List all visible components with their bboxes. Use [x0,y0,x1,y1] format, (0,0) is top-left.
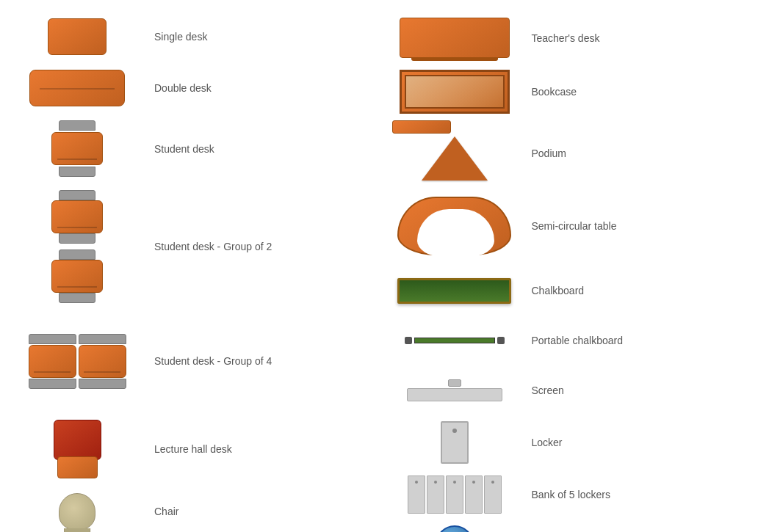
double-desk-icon-area [7,70,147,106]
teachers-desk-label: Teacher's desk [524,32,762,44]
portable-chalkboard-row: Portable chalkboard [385,318,762,362]
chair-bottom-2 [59,293,95,303]
semi-circular-table-row: Semi-circular table [385,189,762,263]
chalkboard-icon-area [385,278,524,304]
chair-back-2 [59,249,95,260]
bookcase-shape [400,70,510,114]
chair-row: Chair [7,489,385,532]
student-desk-group2-row: Student desk - Group of 2 [7,187,385,306]
single-desk-shape [48,18,106,55]
student-desk-icon-area [7,120,147,177]
lecture-desk-icon-area [7,420,147,478]
portable-chalkboard-icon-area [385,337,524,344]
pcb-board [414,338,495,343]
semi-circular-inner [417,209,494,257]
chair-back-1 [59,190,95,200]
dt-4-1 [29,345,76,378]
chalkboard-shape [397,278,511,304]
podium-shape-wrap [422,125,488,181]
chair-icon-area [7,493,147,530]
chalkboard-label: Chalkboard [524,285,762,296]
locker-1 [408,475,425,514]
teachers-desk-shape [400,18,510,58]
student-desk-group2-icon-area [7,190,147,303]
single-desk-icon-area [7,18,147,55]
podium-row: Podium [385,123,762,183]
chair-label: Chair [147,506,385,517]
student-desk-label: Student desk [147,143,385,155]
locker-label: Locker [524,437,762,448]
student-desk-shape [51,120,103,177]
lecture-desk-row: Lecture hall desk [7,416,385,482]
bank-lockers-row: Bank of 5 lockers [385,473,762,517]
student-desk-group4-shape [29,334,126,389]
desk-unit-bottom [51,249,103,303]
student-desk-group4-icon-area [7,334,147,389]
globe-icon-area [385,525,524,532]
single-desk-row: Single desk [7,15,385,59]
lecture-desk-top [54,420,101,460]
podium-triangle [422,136,488,181]
desk-top-2 [51,260,103,293]
desk-top-1 [51,200,103,233]
locker-5 [484,475,502,514]
desk-unit-4-2 [79,334,126,389]
cb-4-2 [79,334,126,344]
screen-label: Screen [524,385,762,396]
globe-row: Globe [385,522,762,532]
teachers-desk-row: Teacher's desk [385,15,762,61]
bookcase-label: Bookcase [524,86,762,98]
portable-chalkboard-label: Portable chalkboard [524,335,762,346]
bank-lockers-icon-area [385,475,524,514]
semi-circular-label: Semi-circular table [524,220,762,232]
bookcase-inner [405,75,505,109]
cbb-4-1 [29,379,76,389]
screen-row: Screen [385,368,762,412]
cbb-4-2 [79,379,126,389]
pcb-right-end [497,337,505,344]
bookcase-row: Bookcase [385,67,762,117]
single-desk-label: Single desk [147,31,385,43]
bank-lockers-label: Bank of 5 lockers [524,489,762,500]
locker-4 [465,475,483,514]
chair-bottom-1 [59,233,95,244]
teachers-desk-icon-area [385,18,524,58]
lecture-desk-label: Lecture hall desk [147,443,385,455]
chair-shape [59,493,95,530]
student-desk-group2-shape [51,190,103,303]
chair-back-bottom [59,167,95,177]
chalkboard-row: Chalkboard [385,269,762,313]
bank-lockers-shape [408,475,502,514]
student-desk-group4-row: Student desk - Group of 4 [7,313,385,409]
student-desk-group2-label: Student desk - Group of 2 [147,241,385,252]
locker-row: Locker [385,418,762,467]
double-desk-shape [29,70,125,106]
locker-2 [427,475,444,514]
locker-icon-area [385,421,524,464]
double-desk-label: Double desk [147,82,385,94]
screen-icon-area [385,379,524,401]
student-desk-group4-label: Student desk - Group of 4 [147,355,385,367]
podium-label: Podium [524,147,762,159]
dt-4-2 [79,345,126,378]
desk-surface [51,132,103,165]
semi-circular-icon-area [385,197,524,255]
left-column: Single desk Double desk Student desk [7,15,385,532]
right-column: Teacher's desk Bookcase Podium [385,15,762,532]
main-container: Single desk Double desk Student desk [0,0,769,532]
bookcase-icon-area [385,70,524,114]
student-desk-row: Student desk [7,117,385,180]
semi-circular-shape [397,197,511,255]
podium-top [392,120,451,134]
podium-shape [422,136,488,181]
lecture-desk-shape [54,420,101,478]
screen-shape [407,379,502,401]
chair-back-top [59,120,95,131]
screen-handle [448,379,461,387]
portable-chalkboard-shape [405,337,505,344]
double-desk-row: Double desk [7,66,385,110]
desk-unit-top [51,190,103,244]
podium-icon-area [385,125,524,181]
lecture-seat [57,456,98,478]
locker-shape [441,421,469,464]
